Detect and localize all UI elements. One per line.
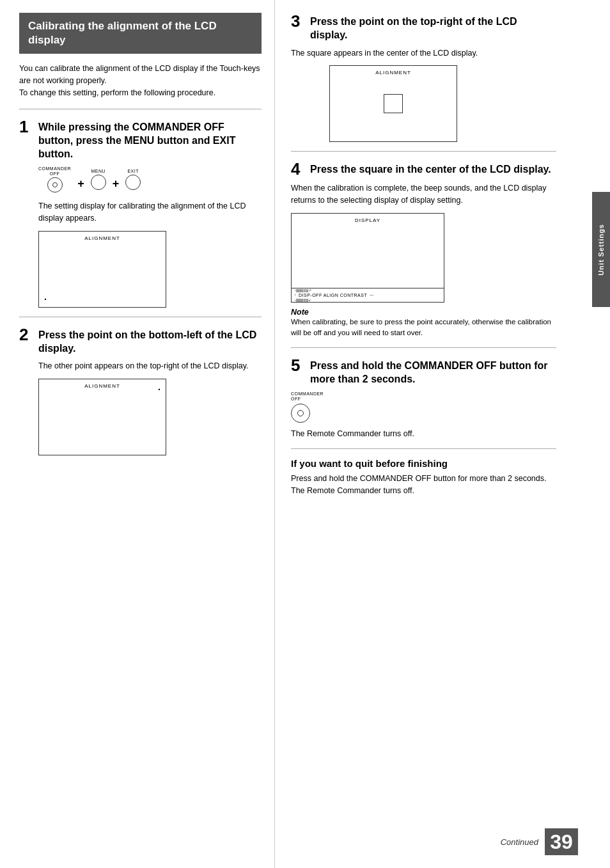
note-box-4: Note When calibrating, be sure to press …	[291, 308, 556, 339]
commander-btn-label-5: COMMANDEROFF	[291, 391, 556, 402]
divider-3	[291, 347, 556, 348]
step-4-number: 4	[291, 161, 305, 177]
page-number: 39	[545, 828, 578, 855]
step-3-heading: 3 Press the point on the top-right of th…	[291, 13, 556, 42]
menu-circle	[91, 175, 106, 190]
step-1-number: 1	[19, 118, 33, 135]
lcd-dot-1: .	[44, 292, 47, 302]
lcd-menu-bar-text: DISP-OFF ALIGN CONTRAST	[299, 293, 367, 297]
step-4-desc: When the calibration is complete, the be…	[291, 182, 556, 207]
button-diagram-1: COMMANDEROFF + MENU + EXIT	[38, 166, 262, 193]
step-2-desc: The other point appears on the top-right…	[38, 360, 262, 372]
step-4-heading: 4 Press the square in the center of the …	[291, 161, 556, 177]
commander-off-label: COMMANDEROFF	[38, 166, 71, 176]
commander-off-btn-group: COMMANDEROFF	[38, 166, 71, 193]
lcd-menu-bar-4: ↑||||||||||||||||||↗ ↑ DISP-OFF ALIGN CO…	[292, 288, 444, 302]
commander-btn-circle-5	[291, 404, 310, 423]
exit-btn-group: EXIT	[125, 169, 141, 191]
right-column: 3 Press the point on the top-right of th…	[275, 0, 588, 868]
tick-marks-top: ↑||||||||||||||||||↗	[294, 288, 441, 292]
lcd-box-2: ALIGNMENT ·	[38, 379, 166, 455]
step-1-title: While pressing the COMMANDER OFF button,…	[38, 118, 262, 161]
note-title-4: Note	[291, 308, 556, 317]
commander-off-circle	[47, 177, 63, 193]
intro-text: You can calibrate the alignment of the L…	[19, 63, 262, 99]
step-5-heading: 5 Press and hold the COMMANDER OFF butto…	[291, 357, 556, 386]
note-text-4: When calibrating, be sure to press the p…	[291, 317, 556, 339]
page: Unit Settings Calibrating the alignment …	[0, 0, 610, 868]
lcd-box-2-label: ALIGNMENT	[84, 383, 120, 389]
exit-label: EXIT	[127, 169, 139, 174]
divider-1	[19, 317, 262, 317]
lcd-box-1-label: ALIGNMENT	[84, 235, 120, 241]
step-3-title: Press the point on the top-right of the …	[310, 13, 556, 42]
commander-off-inner	[52, 182, 58, 187]
lcd-box-1: ALIGNMENT .	[38, 231, 166, 308]
step-5-number: 5	[291, 357, 305, 374]
side-tab-label: Unit Settings	[597, 224, 605, 276]
lcd-dot-2: ·	[158, 384, 160, 395]
lcd-box-3: ALIGNMENT	[329, 65, 457, 142]
lcd-box-3-label: ALIGNMENT	[375, 70, 411, 75]
plus-1: +	[77, 177, 84, 191]
divider-0	[19, 109, 262, 109]
step-4-title: Press the square in the center of the LC…	[310, 161, 551, 177]
step-1-heading: 1 While pressing the COMMANDER OFF butto…	[19, 118, 262, 161]
lcd-square-3	[384, 94, 403, 113]
sub-section-text: Press and hold the COMMANDER OFF button …	[291, 473, 556, 497]
step-3-desc: The square appears in the center of the …	[291, 47, 556, 59]
step-3-number: 3	[291, 13, 305, 29]
lcd-box-4-label: DISPLAY	[355, 217, 380, 223]
sub-section-title: If you want to quit before finishing	[291, 458, 556, 469]
continued-label: Continued	[501, 837, 538, 847]
step-5-desc: The Remote Commander turns off.	[291, 428, 556, 440]
exit-circle	[125, 175, 141, 190]
left-column: Calibrating the alignment of the LCD dis…	[0, 0, 275, 868]
menu-btn-group: MENU	[91, 169, 106, 191]
step-2-number: 2	[19, 326, 33, 343]
step-2-heading: 2 Press the point on the bottom-left of …	[19, 326, 262, 356]
section-header: Calibrating the alignment of the LCD dis…	[19, 13, 262, 54]
lcd-box-4: DISPLAY ↑||||||||||||||||||↗ ↑ DISP-OFF …	[291, 213, 444, 303]
step-1-desc: The setting display for calibrating the …	[38, 200, 262, 225]
tick-marks-bottom: ↓||||||||||||||||||↙	[294, 298, 441, 302]
side-tab: Unit Settings	[592, 192, 610, 307]
divider-4	[291, 448, 556, 449]
commander-btn-inner-5	[297, 410, 304, 416]
divider-2	[291, 151, 556, 152]
step-2-title: Press the point on the bottom-left of th…	[38, 326, 262, 356]
commander-btn-5: COMMANDEROFF	[291, 391, 556, 423]
menu-label: MENU	[91, 169, 106, 174]
step-5-title: Press and hold the COMMANDER OFF button …	[310, 357, 556, 386]
footer: Continued 39	[501, 828, 578, 855]
plus-2: +	[113, 177, 120, 191]
